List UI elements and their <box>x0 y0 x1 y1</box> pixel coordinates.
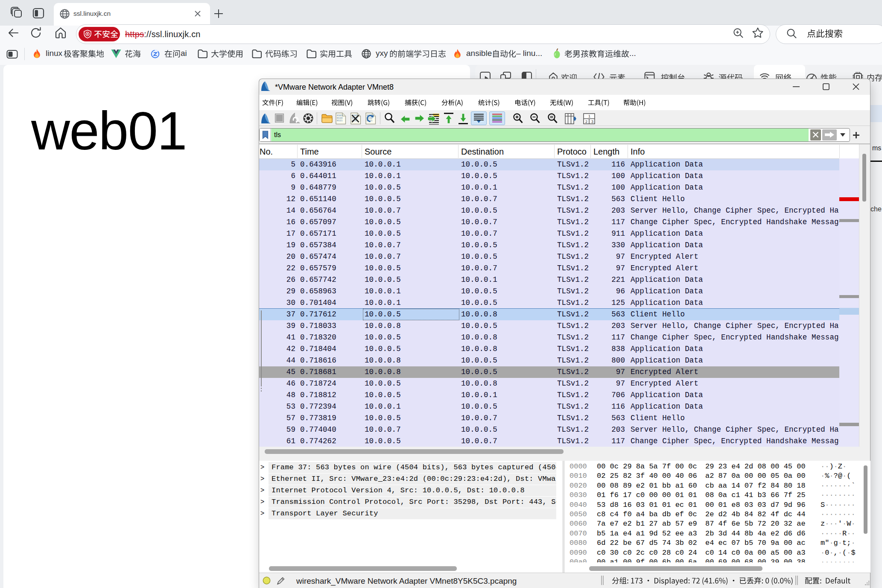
svg-text:2: 2 <box>585 120 587 124</box>
svg-text:0111: 0111 <box>337 119 342 122</box>
svg-text:3: 3 <box>591 120 593 124</box>
svg-text:1: 1 <box>588 114 590 118</box>
